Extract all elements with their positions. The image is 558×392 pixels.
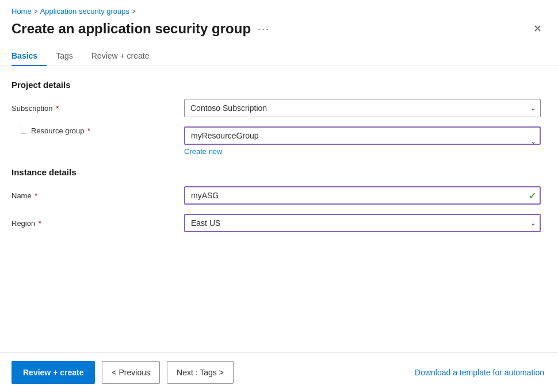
section-instance: Instance details Name * ✓ Region * E bbox=[12, 167, 546, 232]
more-options-icon[interactable]: ··· bbox=[258, 23, 270, 35]
tab-basics[interactable]: Basics bbox=[12, 47, 47, 66]
region-row: Region * East US ⌄ bbox=[12, 214, 546, 232]
page-title: Create an application security group bbox=[12, 21, 251, 37]
region-label: Region * bbox=[12, 219, 184, 228]
breadcrumb-sep1: > bbox=[34, 7, 38, 16]
breadcrumb-home[interactable]: Home bbox=[12, 7, 32, 16]
subscription-select[interactable]: Contoso Subscription bbox=[184, 99, 541, 117]
next-button[interactable]: Next : Tags > bbox=[167, 361, 234, 384]
tab-review-create[interactable]: Review + create bbox=[82, 47, 159, 66]
subscription-label: Subscription * bbox=[12, 104, 184, 113]
name-label: Name * bbox=[12, 191, 184, 200]
name-valid-icon: ✓ bbox=[529, 190, 536, 201]
form-content: Project details Subscription * Contoso S… bbox=[0, 66, 558, 255]
name-control: ✓ bbox=[184, 186, 541, 205]
subscription-control: Contoso Subscription ⌄ bbox=[184, 99, 541, 117]
resource-group-select[interactable]: myResourceGroup bbox=[184, 126, 541, 145]
review-create-button[interactable]: Review + create bbox=[12, 361, 95, 384]
subscription-row: Subscription * Contoso Subscription ⌄ bbox=[12, 99, 546, 117]
tab-tags[interactable]: Tags bbox=[47, 47, 82, 66]
tab-bar: Basics Tags Review + create bbox=[0, 47, 558, 66]
resource-group-label: Resource group * bbox=[31, 126, 90, 135]
name-input[interactable] bbox=[184, 186, 541, 205]
resource-group-control: myResourceGroup ⌄ Create new bbox=[184, 126, 541, 156]
instance-heading: Instance details bbox=[12, 167, 546, 177]
breadcrumb-asg[interactable]: Application security groups bbox=[40, 7, 129, 16]
breadcrumb-sep2: > bbox=[132, 7, 136, 16]
region-control: East US ⌄ bbox=[184, 214, 541, 232]
resource-group-label-wrapper: Resource group * bbox=[12, 126, 184, 135]
page-header: Create an application security group ···… bbox=[0, 20, 558, 47]
name-row: Name * ✓ bbox=[12, 186, 546, 205]
close-button[interactable]: ✕ bbox=[529, 20, 546, 37]
breadcrumb: Home > Application security groups > bbox=[0, 0, 558, 20]
footer: Review + create < Previous Next : Tags >… bbox=[0, 352, 558, 392]
create-new-link[interactable]: Create new bbox=[184, 147, 222, 156]
region-select[interactable]: East US bbox=[184, 214, 541, 232]
download-template-button[interactable]: Download a template for automation bbox=[412, 363, 546, 382]
project-heading: Project details bbox=[12, 80, 546, 90]
previous-button[interactable]: < Previous bbox=[102, 361, 160, 384]
section-project: Project details Subscription * Contoso S… bbox=[12, 80, 546, 156]
resource-group-row: Resource group * myResourceGroup ⌄ Creat… bbox=[12, 126, 546, 156]
